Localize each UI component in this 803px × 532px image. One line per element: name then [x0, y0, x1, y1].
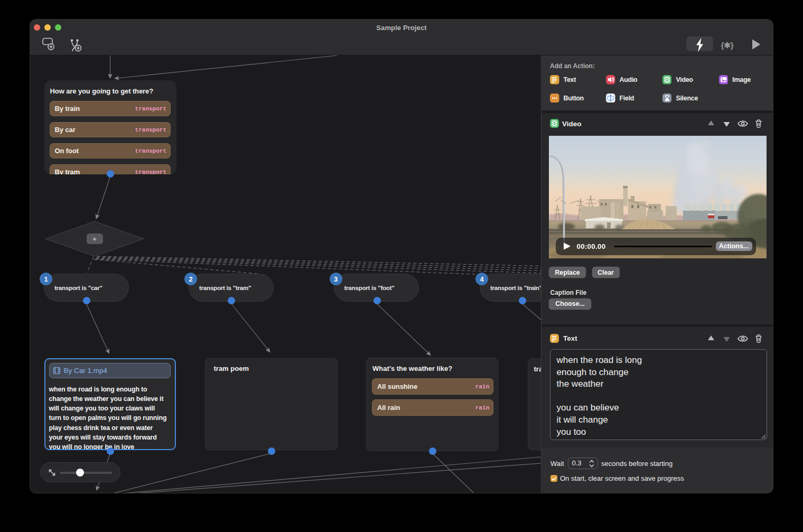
svg-text:{✱}: {✱} [721, 41, 733, 50]
